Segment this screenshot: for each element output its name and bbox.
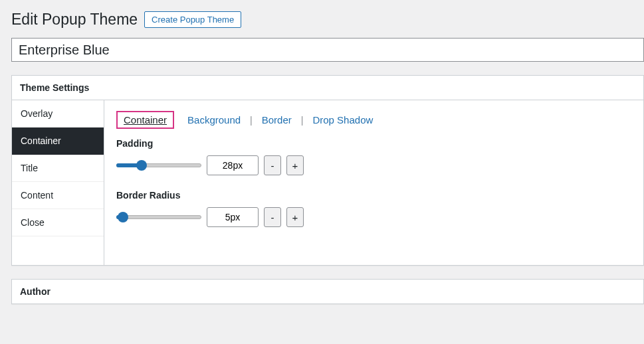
vtab-container[interactable]: Container: [12, 128, 104, 155]
field-border-radius: Border Radius - +: [116, 190, 631, 227]
author-panel-title: Author: [20, 286, 635, 297]
padding-input[interactable]: [207, 155, 259, 175]
vtab-overlay[interactable]: Overlay: [12, 100, 104, 128]
padding-decrease-button[interactable]: -: [264, 155, 281, 175]
field-padding: Padding - +: [116, 138, 631, 175]
padding-increase-button[interactable]: +: [286, 155, 304, 175]
padding-label: Padding: [116, 138, 631, 149]
border-radius-increase-button[interactable]: +: [286, 207, 304, 227]
vtab-close[interactable]: Close: [12, 209, 104, 236]
border-radius-slider[interactable]: [116, 211, 201, 224]
border-radius-label: Border Radius: [116, 190, 631, 201]
vtab-content[interactable]: Content: [12, 182, 104, 209]
page-header: Edit Popup Theme Create Popup Theme: [11, 0, 644, 38]
subtab-background[interactable]: Background: [182, 112, 246, 128]
subtab-container[interactable]: Container: [116, 111, 174, 129]
content-area: Container Background | Border | Drop Sha…: [104, 100, 643, 265]
author-panel: Author: [11, 279, 644, 304]
border-radius-input[interactable]: [207, 207, 259, 227]
subtab-separator: |: [301, 115, 304, 126]
vertical-tabs: Overlay Container Title Content Close: [12, 100, 104, 265]
title-input-wrap: [11, 38, 644, 62]
padding-slider[interactable]: [116, 159, 201, 172]
theme-settings-panel: Theme Settings Overlay Container Title C…: [11, 75, 644, 266]
create-popup-theme-button[interactable]: Create Popup Theme: [144, 11, 241, 28]
slider-thumb[interactable]: [136, 160, 147, 171]
subtab-border[interactable]: Border: [257, 112, 297, 128]
theme-title-input[interactable]: [11, 38, 644, 62]
border-radius-decrease-button[interactable]: -: [264, 207, 281, 227]
subtab-separator: |: [250, 115, 253, 126]
vtab-title[interactable]: Title: [12, 155, 104, 182]
panel-title: Theme Settings: [20, 82, 635, 93]
sub-tabs: Container Background | Border | Drop Sha…: [116, 111, 631, 129]
border-radius-row: - +: [116, 207, 631, 227]
subtab-drop-shadow[interactable]: Drop Shadow: [307, 112, 378, 128]
page-title: Edit Popup Theme: [11, 11, 138, 29]
panel-header: Theme Settings: [12, 76, 643, 100]
panel-body: Overlay Container Title Content Close Co…: [12, 100, 643, 265]
padding-row: - +: [116, 155, 631, 175]
slider-thumb[interactable]: [118, 212, 128, 222]
slider-track: [116, 215, 201, 219]
